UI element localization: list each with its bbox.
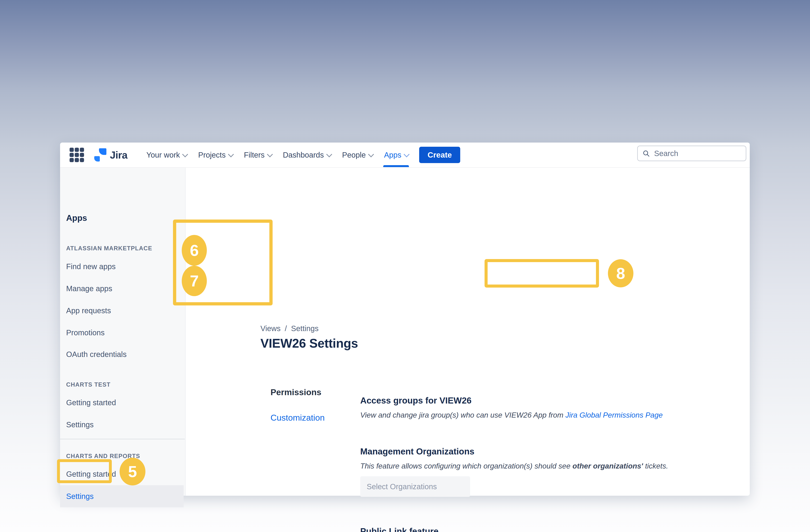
nav-item-label: Projects: [198, 151, 226, 159]
breadcrumb-views[interactable]: Views: [260, 324, 280, 333]
sidebar-section-atlassian-marketplace: ATLASSIAN MARKETPLACE: [66, 245, 152, 252]
nav-item-label: Filters: [244, 151, 265, 159]
sidebar-item-getting-started-2[interactable]: Getting started: [66, 470, 116, 479]
create-button[interactable]: Create: [419, 147, 460, 163]
select-organizations-input[interactable]: Select Organizations: [360, 476, 470, 497]
access-groups-heading: Access groups for VIEW26: [360, 396, 471, 406]
management-organizations-description: This feature allows configuring which or…: [360, 462, 668, 470]
nav-item-your-work[interactable]: Your work: [141, 142, 192, 167]
sidebar-item-getting-started[interactable]: Getting started: [66, 398, 116, 407]
search-input[interactable]: [654, 149, 752, 158]
top-navbar: Jira Your work Projects Filters Dashboar…: [60, 143, 750, 168]
nav-item-dashboards[interactable]: Dashboards: [277, 142, 337, 167]
management-desc-suffix: tickets.: [643, 462, 668, 470]
chevron-down-icon: [404, 151, 410, 157]
jira-global-permissions-link[interactable]: Jira Global Permissions Page: [566, 411, 663, 419]
page-title: VIEW26 Settings: [260, 336, 358, 351]
jira-logo-icon: [92, 147, 107, 162]
sidebar-item-oauth-credentials[interactable]: OAuth credentials: [66, 350, 127, 359]
tab-permissions[interactable]: Permissions: [271, 387, 322, 397]
global-search[interactable]: [637, 146, 746, 161]
breadcrumb-settings[interactable]: Settings: [291, 324, 319, 333]
nav-item-apps[interactable]: Apps: [378, 142, 414, 167]
chevron-down-icon: [326, 151, 332, 157]
sidebar-item-manage-apps[interactable]: Manage apps: [66, 284, 112, 293]
nav-item-label: Apps: [384, 151, 401, 159]
sidebar-item-promotions[interactable]: Promotions: [66, 328, 104, 337]
jira-logo[interactable]: Jira: [92, 147, 127, 162]
sidebar-item-find-new-apps[interactable]: Find new apps: [66, 262, 116, 271]
search-icon: [642, 149, 650, 157]
tab-customization[interactable]: Customization: [271, 413, 325, 423]
chevron-down-icon: [267, 151, 273, 157]
nav-item-label: Dashboards: [283, 151, 324, 159]
nav-item-people[interactable]: People: [337, 142, 378, 167]
nav-item-filters[interactable]: Filters: [238, 142, 277, 167]
sidebar-section-charts-test: CHARTS TEST: [66, 381, 111, 388]
sidebar-item-settings[interactable]: Settings: [66, 420, 94, 429]
sidebar-selected-row[interactable]: Settings: [60, 485, 184, 507]
access-groups-description: View and change jira group(s) who can us…: [360, 411, 663, 419]
nav-item-projects[interactable]: Projects: [192, 142, 238, 167]
sidebar-divider: [60, 439, 185, 439]
sidebar-title: Apps: [66, 213, 87, 223]
breadcrumb-separator: /: [285, 324, 287, 333]
jira-app-window: Jira Your work Projects Filters Dashboar…: [60, 143, 750, 496]
breadcrumb: Views / Settings: [260, 324, 319, 333]
sidebar-section-charts-and-reports: CHARTS AND REPORTS: [66, 453, 140, 460]
nav-item-label: Your work: [146, 151, 180, 159]
chevron-down-icon: [228, 151, 234, 157]
sidebar-item-settings-selected[interactable]: Settings: [66, 492, 94, 501]
apps-sidebar: Apps ATLASSIAN MARKETPLACE Find new apps…: [60, 168, 185, 496]
chevron-down-icon: [182, 151, 188, 157]
sidebar-item-app-requests[interactable]: App requests: [66, 306, 111, 315]
chevron-down-icon: [368, 151, 374, 157]
management-organizations-heading: Management Organizations: [360, 446, 474, 456]
management-desc-bold: other organizations': [572, 462, 643, 470]
app-switcher-icon[interactable]: [69, 148, 84, 162]
nav-item-label: People: [342, 151, 366, 159]
management-desc-text: This feature allows configuring which or…: [360, 462, 572, 470]
public-link-heading: Public Link feature: [360, 526, 439, 532]
access-desc-text: View and change jira group(s) who can us…: [360, 411, 566, 419]
jira-logo-text: Jira: [110, 149, 127, 161]
